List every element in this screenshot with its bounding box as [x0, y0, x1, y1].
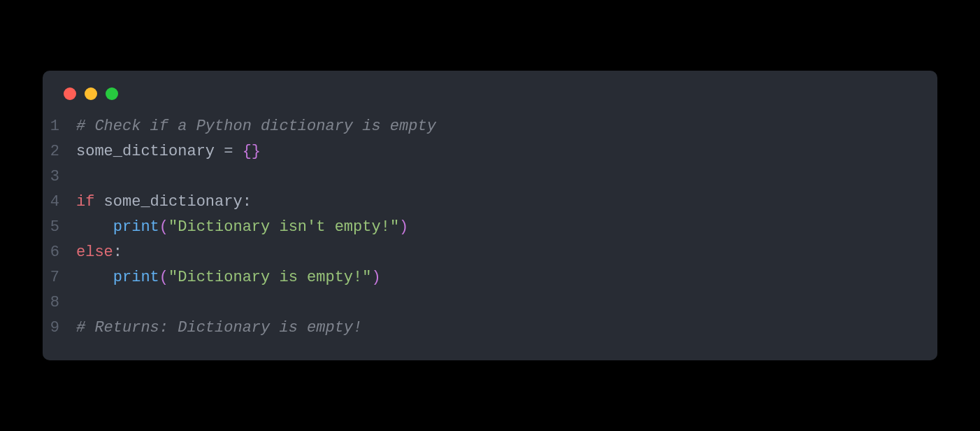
code-area[interactable]: 1# Check if a Python dictionary is empty… [43, 114, 937, 341]
code-token [76, 269, 113, 286]
code-line: 9# Returns: Dictionary is empty! [43, 316, 937, 341]
line-content: # Check if a Python dictionary is empty [76, 114, 937, 139]
code-token [76, 218, 113, 236]
code-token: ( [159, 218, 168, 236]
line-number: 8 [43, 290, 76, 316]
code-line: 2some_dictionary = {} [43, 139, 937, 164]
code-line: 4if some_dictionary: [43, 190, 937, 215]
code-token: some_dictionary [76, 143, 224, 160]
window-controls [43, 87, 937, 114]
line-content: print("Dictionary is empty!") [76, 265, 937, 290]
code-line: 7 print("Dictionary is empty!") [43, 265, 937, 290]
code-token: print [113, 218, 159, 236]
line-content: some_dictionary = {} [76, 139, 937, 164]
line-number: 7 [43, 265, 76, 290]
line-number: 9 [43, 316, 76, 341]
line-number: 3 [43, 164, 76, 190]
code-token: some_dictionary [94, 193, 242, 211]
code-token: if [76, 193, 94, 211]
code-token: : [243, 193, 252, 211]
line-number: 1 [43, 114, 76, 139]
line-content: print("Dictionary isn't empty!") [76, 215, 937, 240]
code-line: 6else: [43, 240, 937, 265]
code-token: = [224, 143, 233, 160]
code-token: ) [399, 218, 408, 236]
code-token: {} [243, 143, 261, 160]
maximize-icon[interactable] [106, 87, 118, 100]
line-content [76, 290, 937, 316]
code-token: ) [371, 269, 380, 286]
line-content: if some_dictionary: [76, 190, 937, 215]
code-line: 3 [43, 164, 937, 190]
minimize-icon[interactable] [85, 87, 97, 100]
code-token: "Dictionary isn't empty!" [168, 218, 399, 236]
code-token: "Dictionary is empty!" [168, 269, 371, 286]
code-line: 5 print("Dictionary isn't empty!") [43, 215, 937, 240]
line-number: 6 [43, 240, 76, 265]
close-icon[interactable] [64, 87, 76, 100]
line-number: 4 [43, 190, 76, 215]
code-token: # Check if a Python dictionary is empty [76, 118, 436, 135]
code-line: 8 [43, 290, 937, 316]
code-token: # Returns: Dictionary is empty! [76, 319, 362, 337]
line-number: 5 [43, 215, 76, 240]
code-token: : [113, 243, 122, 261]
line-content: # Returns: Dictionary is empty! [76, 316, 937, 341]
code-token: print [113, 269, 159, 286]
code-token: ( [159, 269, 168, 286]
code-editor-window: 1# Check if a Python dictionary is empty… [43, 71, 937, 360]
line-content: else: [76, 240, 937, 265]
code-line: 1# Check if a Python dictionary is empty [43, 114, 937, 139]
code-token: else [76, 243, 113, 261]
line-number: 2 [43, 139, 76, 164]
line-content [76, 164, 937, 190]
code-token [233, 143, 242, 160]
